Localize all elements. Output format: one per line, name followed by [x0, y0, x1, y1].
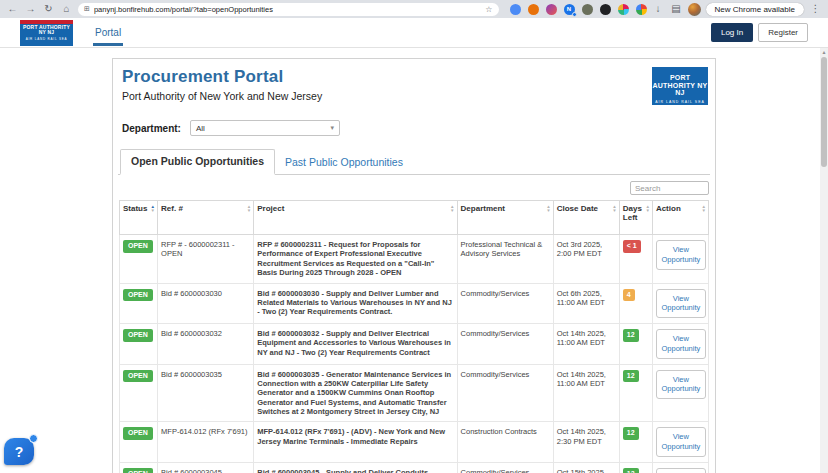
forward-icon[interactable]: → [24, 0, 37, 18]
extension-icon-6[interactable] [600, 4, 611, 15]
logo-tagline: AIR LAND RAIL SEA [652, 100, 708, 104]
column-header-department[interactable]: Department▲▼ [457, 201, 553, 235]
port-authority-logo[interactable]: PORT AUTHORITY NY NJ AIR LAND RAIL SEA [20, 20, 73, 46]
scroll-up-arrow[interactable]: ▲ [820, 49, 828, 55]
url-text: panynj.bonfirehub.com/portal/?tab=openOp… [94, 5, 481, 14]
days-left-cell: 4 [619, 283, 652, 324]
column-header-status[interactable]: Status▲▼ [120, 201, 158, 235]
project-cell: Bid # 6000003032 - Supply and Deliver El… [254, 324, 457, 365]
project-cell: Bid # 6000003030 - Supply and Deliver Lu… [254, 283, 457, 324]
help-question-mark: ? [15, 444, 24, 460]
side-panel-icon[interactable]: ▤ [670, 0, 683, 18]
back-icon[interactable]: ← [6, 0, 19, 18]
action-cell: View Opportunity [652, 422, 708, 463]
profile-avatar[interactable] [688, 3, 701, 16]
logo-text: PORT AUTHORITY NY NJ [20, 25, 73, 37]
close-date-cell: Oct 3rd 2025, 2:00 PM EDT [553, 235, 619, 284]
port-authority-logo-large: PORT AUTHORITY NY NJ AIR LAND RAIL SEA [652, 67, 708, 105]
ref-cell: MFP-614.012 (RFx 7'691) [158, 422, 254, 463]
table-header: Status▲▼Ref. #▲▼Project▲▼Department▲▼Clo… [120, 201, 709, 235]
days-left-cell: 12 [619, 364, 652, 422]
extension-badge [572, 12, 577, 17]
scrollbar-thumb[interactable] [821, 57, 827, 167]
sort-icon[interactable]: ▲▼ [151, 205, 155, 214]
days-left-badge: 4 [623, 289, 635, 302]
view-opportunity-button[interactable]: View Opportunity [656, 370, 706, 400]
help-chat-widget[interactable]: ? [4, 438, 34, 465]
tab-past-public-opportunities[interactable]: Past Public Opportunities [275, 151, 413, 174]
nav-portal-tab[interactable]: Portal [93, 20, 123, 46]
tab-open-public-opportunities[interactable]: Open Public Opportunities [120, 149, 275, 175]
bookmark-star-icon[interactable]: ☆ [485, 5, 492, 14]
site-info-icon[interactable]: ⊞ [84, 5, 90, 13]
department-cell: Commodity/Services [457, 462, 553, 473]
sort-icon[interactable]: ▲▼ [645, 205, 649, 214]
status-badge: OPEN [123, 240, 153, 253]
reload-icon[interactable]: ↻ [42, 0, 55, 18]
department-cell: Commodity/Services [457, 324, 553, 365]
status-cell: OPEN [120, 462, 158, 473]
opportunity-tabs: Open Public OpportunitiesPast Public Opp… [118, 149, 710, 175]
log-in-button[interactable]: Log In [711, 23, 753, 42]
chevron-down-icon: ▾ [330, 124, 334, 132]
address-bar[interactable]: ⊞ panynj.bonfirehub.com/portal/?tab=open… [78, 3, 499, 16]
days-left-cell: 12 [619, 324, 652, 365]
browser-menu-icon[interactable]: ⋮ [809, 0, 822, 18]
department-value: All [196, 124, 205, 133]
register-button[interactable]: Register [758, 23, 808, 42]
close-date-cell: Oct 14th 2025, 2:30 PM EDT [553, 422, 619, 463]
view-opportunity-button[interactable]: View Opportunity [656, 468, 706, 473]
status-cell: OPEN [120, 364, 158, 422]
extension-icon-8[interactable] [636, 4, 647, 15]
page-scrollbar[interactable]: ▲ [820, 48, 828, 473]
extension-icon-5[interactable] [582, 4, 593, 15]
days-left-badge: 12 [623, 427, 639, 440]
table-row: OPENBid # 6000003045Bid # 6000003045 - S… [120, 462, 709, 473]
days-left-cell: < 1 [619, 235, 652, 284]
opportunities-table: Status▲▼Ref. #▲▼Project▲▼Department▲▼Clo… [119, 200, 709, 473]
column-header-close-date[interactable]: Close Date▲▼ [553, 201, 619, 235]
project-cell: Bid # 6000003035 - Generator Maintenance… [254, 364, 457, 422]
extension-icon-7[interactable] [618, 4, 629, 15]
action-cell: View Opportunity [652, 235, 708, 284]
sort-icon[interactable]: ▲▼ [612, 205, 616, 214]
column-header-action[interactable]: Action▲▼ [652, 201, 708, 235]
sort-icon[interactable]: ▲▼ [247, 205, 251, 214]
view-opportunity-button[interactable]: View Opportunity [656, 427, 706, 457]
sort-icon[interactable]: ▲▼ [546, 205, 550, 214]
department-cell: Construction Contracts [457, 422, 553, 463]
view-opportunity-button[interactable]: View Opportunity [656, 329, 706, 359]
action-cell: View Opportunity [652, 462, 708, 473]
extension-icon-4[interactable]: N [564, 4, 575, 15]
department-dropdown[interactable]: All ▾ [190, 120, 340, 136]
search-input[interactable] [630, 181, 709, 195]
view-opportunity-button[interactable]: View Opportunity [656, 289, 706, 319]
close-date-cell: Oct 15th 2025, 11:00 AM EDT [553, 462, 619, 473]
column-header-ref[interactable]: Ref. #▲▼ [158, 201, 254, 235]
status-cell: OPEN [120, 422, 158, 463]
department-cell: Professional Technical & Advisory Servic… [457, 235, 553, 284]
project-cell: RFP # 6000002311 - Request for Proposals… [254, 235, 457, 284]
home-icon[interactable]: ⌂ [60, 0, 73, 18]
logo-tagline: AIR LAND RAIL SEA [20, 37, 73, 41]
status-cell: OPEN [120, 324, 158, 365]
extension-icon-2[interactable] [528, 4, 539, 15]
extension-icon-3[interactable] [546, 4, 557, 15]
view-opportunity-button[interactable]: View Opportunity [656, 240, 706, 270]
downloads-icon[interactable]: ↓ [652, 0, 665, 18]
extension-icon-1[interactable] [510, 4, 521, 15]
column-header-days-left[interactable]: Days Left▲▼ [619, 201, 652, 235]
column-header-project[interactable]: Project▲▼ [254, 201, 457, 235]
sort-icon[interactable]: ▲▼ [450, 205, 454, 214]
project-cell: Bid # 6000003045 - Supply and Deliver Co… [254, 462, 457, 473]
ref-cell: Bid # 6000003030 [158, 283, 254, 324]
chrome-update-button[interactable]: New Chrome available [706, 3, 804, 16]
days-left-badge: 12 [623, 370, 639, 383]
days-left-cell: 12 [619, 422, 652, 463]
card-header: Procurement Portal Port Authority of New… [118, 65, 710, 105]
logo-text: PORT AUTHORITY NY NJ [652, 74, 708, 97]
department-cell: Commodity/Services [457, 283, 553, 324]
days-left-badge: 13 [623, 468, 639, 473]
sort-icon[interactable]: ▲▼ [702, 205, 706, 214]
close-date-cell: Oct 14th 2025, 11:00 AM EDT [553, 324, 619, 365]
